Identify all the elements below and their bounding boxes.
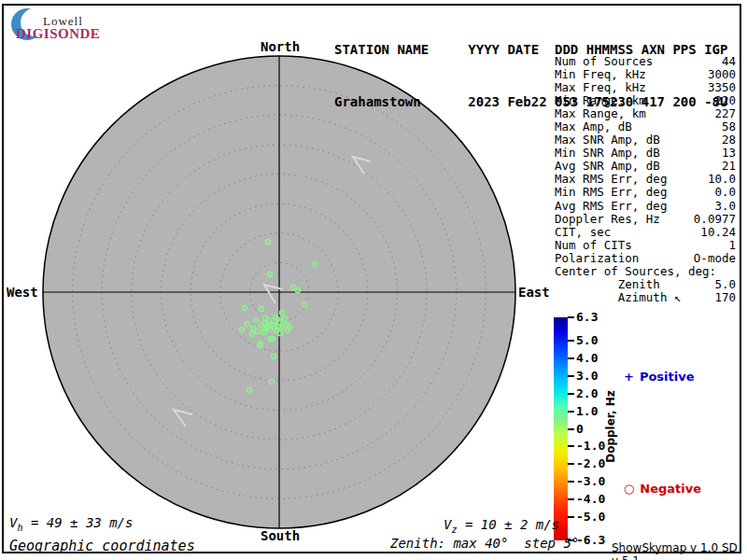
- colorbar-tick-label: 1.0: [576, 404, 598, 418]
- vh-value: = 49 ± 33 m/s: [22, 515, 133, 530]
- vertical-velocity-readout: Vz = 10 ± 2 m/s: [444, 517, 559, 535]
- stat-label: Max Amp, dB: [555, 120, 632, 133]
- stat-row: Min Freq, kHz3000: [555, 68, 736, 81]
- stat-label: CIT, sec: [555, 226, 611, 239]
- stat-row: Min SNR Amp, dB13: [555, 147, 736, 160]
- colorbar-tick: [568, 375, 574, 377]
- stat-value: 170: [714, 291, 736, 304]
- stat-row: Max RMS Err, deg10.0: [555, 173, 736, 186]
- colorbar-tick-label: -3.0: [576, 474, 605, 488]
- stat-value: 3350: [708, 81, 736, 94]
- stat-row: Max Freq, kHz3350: [555, 81, 736, 94]
- colorbar-tick: [568, 516, 574, 518]
- stat-value: O-mode: [694, 252, 736, 265]
- colorbar-tick-label: 4.0: [576, 351, 598, 365]
- colorbar-tick-label: -6.3: [576, 533, 605, 547]
- stat-row: Max SNR Amp, dB28: [555, 133, 736, 147]
- stat-value: 3000: [708, 68, 736, 81]
- compass-east-label: East: [518, 285, 550, 300]
- stat-row: Min RMS Err, deg0.0: [555, 186, 736, 199]
- colorbar-tick-label: 2.0: [576, 386, 598, 400]
- colorbar-tick: [568, 428, 574, 430]
- colorbar-tick: [568, 316, 574, 318]
- stat-row: Doppler Res, Hz0.0977: [555, 213, 736, 226]
- stat-row: CIT, sec10.24: [555, 226, 736, 239]
- stat-value: 0.0: [714, 186, 736, 199]
- stat-row: Max Range, km227: [555, 107, 736, 120]
- stat-label: Num of Sources: [555, 55, 653, 68]
- stat-label: Min RMS Err, deg: [555, 186, 667, 199]
- stat-value: 1: [728, 239, 736, 252]
- stat-value: 28: [722, 133, 736, 147]
- software-version-label: ShowSkymap v 1.0 SD v 5.1: [612, 541, 747, 560]
- stat-label: Min Freq, kHz: [555, 68, 646, 81]
- colorbar-tick-label: 6.3: [576, 310, 598, 324]
- stat-label: Min Range, km: [555, 94, 646, 107]
- colorbar-tick: [568, 393, 574, 395]
- stat-row: Zenith5.0: [555, 278, 736, 291]
- stat-label: Zenith: [555, 278, 660, 291]
- stat-value: 0.0977: [694, 213, 736, 226]
- stat-label: Min SNR Amp, dB: [555, 147, 660, 160]
- stats-panel: Num of Sources44Min Freq, kHz3000Max Fre…: [555, 55, 736, 304]
- colorbar-tick-label: 3.0: [576, 369, 598, 383]
- stat-value: 10.0: [708, 173, 736, 186]
- stat-label: Doppler Res, Hz: [555, 213, 660, 226]
- colorbar-tick: [568, 445, 574, 447]
- colorbar-tick-label: -5.0: [576, 510, 605, 524]
- stat-label: Center of Sources, deg:: [555, 265, 716, 278]
- stat-label: Avg RMS Err, deg: [555, 200, 667, 213]
- stat-value: 3.0: [714, 200, 736, 213]
- stat-row: PolarizationO-mode: [555, 252, 736, 265]
- stat-label: Avg SNR Amp, dB: [555, 160, 660, 173]
- positive-doppler-legend: +Positive: [624, 370, 695, 384]
- logo-digisonde-text: DIGISONDE: [16, 26, 100, 42]
- stat-row: Avg SNR Amp, dB21: [555, 160, 736, 173]
- stat-row: Max Amp, dB58: [555, 120, 736, 133]
- colorbar-tick: [568, 463, 574, 465]
- colorbar-tick: [568, 498, 574, 500]
- stat-row: Num of Sources44: [555, 55, 736, 68]
- lowell-digisonde-logo: Lowell DIGISONDE: [7, 5, 115, 44]
- doppler-colorbar: 6.35.04.03.02.01.00-1.0-2.0-3.0-4.0-5.0-…: [554, 317, 740, 541]
- negative-doppler-legend: ○Negative: [624, 482, 701, 496]
- stat-row: Num of CITs1: [555, 239, 736, 252]
- colorbar-tick: [568, 340, 574, 342]
- compass-south-label: South: [261, 528, 300, 543]
- stat-value: 21: [722, 160, 736, 173]
- compass-north-label: North: [261, 39, 300, 54]
- stat-value: 227: [714, 107, 736, 120]
- colorbar-tick-label: -1.0: [576, 439, 605, 453]
- colorbar-tick-label: -2.0: [576, 456, 605, 470]
- stat-label: Max Freq, kHz: [555, 81, 646, 94]
- zenith-scale-label: Zenith: max 40° step 5°: [390, 536, 579, 551]
- colorbar-tick-label: -4.0: [576, 492, 605, 506]
- stat-value: 220: [714, 94, 736, 107]
- stat-label: Polarization: [555, 252, 639, 265]
- horizontal-velocity-readout: Vh = 49 ± 33 m/s: [9, 515, 133, 533]
- colorbar-axis-label: Doppler, Hz: [604, 390, 617, 463]
- skymap-window: Lowell DIGISONDE STATION NAME YYYY DATE …: [0, 0, 747, 560]
- stat-value: 5.0: [714, 278, 736, 291]
- stat-value: 10.24: [700, 226, 736, 239]
- colorbar-tick-label: 0: [576, 422, 584, 436]
- stat-label: Max RMS Err, deg: [555, 173, 667, 186]
- stat-label: Azimuth ↖: [555, 291, 681, 304]
- stat-row: Avg RMS Err, deg3.0: [555, 200, 736, 213]
- stat-row: Center of Sources, deg:: [555, 265, 736, 278]
- stat-value: 13: [722, 147, 736, 160]
- colorbar-tick-label: 5.0: [576, 333, 598, 347]
- coordinate-system-label: Geographic coordinates: [9, 538, 195, 554]
- positive-label: Positive: [640, 370, 695, 384]
- stat-row: Azimuth ↖170: [555, 291, 736, 304]
- stat-value: 44: [722, 55, 736, 68]
- plus-marker-icon: +: [624, 370, 634, 384]
- stat-label: Max Range, km: [555, 107, 646, 120]
- stat-label: Max SNR Amp, dB: [555, 133, 660, 147]
- colorbar-tick: [568, 481, 574, 483]
- negative-label: Negative: [640, 482, 701, 496]
- stat-label: Num of CITs: [555, 239, 632, 252]
- vz-value: = 10 ± 2 m/s: [457, 517, 559, 532]
- colorbar-tick: [568, 357, 574, 359]
- colorbar-tick: [568, 411, 574, 413]
